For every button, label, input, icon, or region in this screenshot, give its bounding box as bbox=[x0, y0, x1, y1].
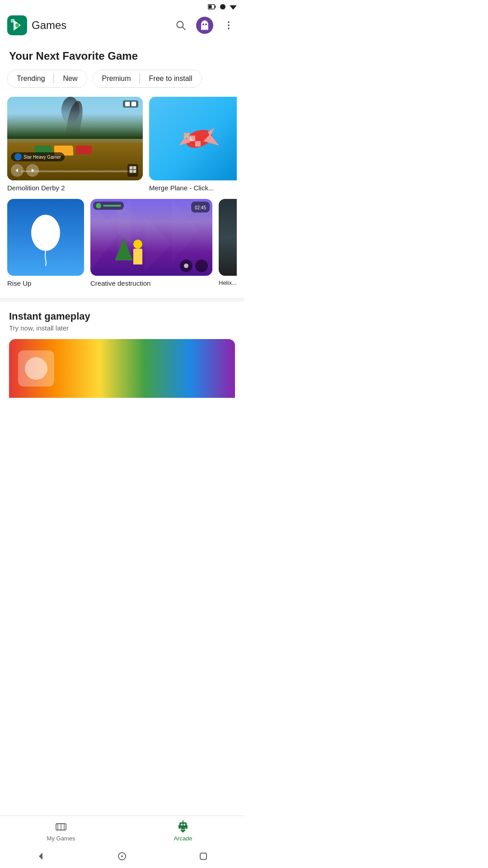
game-name-creative: Creative destruction bbox=[90, 279, 212, 287]
instant-subtitle: Try now, install later bbox=[9, 324, 235, 332]
svg-point-3 bbox=[220, 4, 225, 9]
header-actions bbox=[173, 17, 237, 34]
app-header: Games bbox=[0, 12, 244, 41]
svg-point-15 bbox=[205, 24, 207, 25]
svg-point-14 bbox=[202, 24, 204, 25]
instant-section: Instant gameplay Try now, install later bbox=[0, 302, 244, 398]
svg-marker-40 bbox=[145, 217, 172, 271]
filter-chip-premium[interactable]: Premium bbox=[93, 70, 140, 87]
games-row-1: Star Heavy Gamer Demolition Derby 2 bbox=[7, 97, 237, 192]
signal-icon bbox=[220, 4, 226, 10]
game-name-merge: Merge Plane - Click... bbox=[149, 184, 237, 192]
section-separator bbox=[0, 298, 244, 302]
battery-icon bbox=[208, 4, 216, 9]
svg-point-36 bbox=[31, 215, 60, 251]
app-logo-area: Games bbox=[7, 15, 173, 35]
game-card-merge[interactable]: Merge Plane - Click... bbox=[149, 97, 237, 192]
more-options-button[interactable] bbox=[221, 17, 237, 33]
game-thumb-merge bbox=[149, 97, 237, 180]
wifi-icon bbox=[230, 4, 237, 10]
game-name-riseup: Rise Up bbox=[7, 279, 84, 287]
filter-chip-group-premium-free: Premium Free to install bbox=[93, 70, 202, 88]
game-card-derby[interactable]: Star Heavy Gamer Demolition Derby 2 bbox=[7, 97, 143, 192]
svg-rect-30 bbox=[190, 136, 195, 141]
svg-rect-23 bbox=[133, 170, 136, 173]
svg-point-16 bbox=[228, 21, 230, 23]
game-name-helix: Helix... bbox=[219, 279, 237, 286]
svg-marker-25 bbox=[32, 169, 34, 172]
svg-rect-31 bbox=[195, 136, 201, 141]
filter-chips-container: Trending New Premium Free to install bbox=[0, 70, 244, 97]
game-card-riseup[interactable]: Rise Up bbox=[7, 199, 84, 287]
svg-rect-32 bbox=[190, 141, 195, 146]
game-card-creative[interactable]: 02:45 Creative destruction bbox=[90, 199, 212, 287]
instant-title: Instant gameplay bbox=[9, 311, 235, 322]
game-thumb-creative: 02:45 bbox=[90, 199, 212, 276]
svg-rect-33 bbox=[195, 141, 201, 146]
svg-rect-8 bbox=[11, 19, 14, 23]
svg-rect-1 bbox=[215, 6, 216, 8]
filter-chip-free[interactable]: Free to install bbox=[140, 70, 202, 87]
svg-marker-38 bbox=[90, 199, 117, 271]
svg-point-17 bbox=[228, 24, 230, 26]
riseup-scene bbox=[7, 199, 84, 276]
game-card-helix[interactable]: Helix... bbox=[219, 199, 237, 287]
svg-point-37 bbox=[37, 221, 46, 233]
derby-scene: Star Heavy Gamer bbox=[7, 97, 143, 180]
filter-chip-trending[interactable]: Trending bbox=[8, 70, 54, 87]
filter-chip-group-trending-new: Trending New bbox=[7, 70, 87, 88]
search-icon bbox=[175, 19, 187, 31]
game-thumb-helix bbox=[219, 199, 237, 276]
svg-line-10 bbox=[183, 27, 185, 30]
vertical-dots-icon bbox=[223, 20, 234, 31]
game-name-derby: Demolition Derby 2 bbox=[7, 184, 143, 192]
svg-rect-20 bbox=[130, 166, 132, 169]
play-store-icon bbox=[7, 15, 27, 35]
svg-rect-21 bbox=[133, 166, 136, 169]
games-row-2: Rise Up bbox=[7, 199, 237, 287]
svg-marker-4 bbox=[230, 5, 237, 10]
instant-preview[interactable] bbox=[9, 339, 235, 398]
section-title-favorite: Your Next Favorite Game bbox=[0, 44, 244, 70]
filter-chip-new[interactable]: New bbox=[54, 70, 87, 87]
search-button[interactable] bbox=[173, 17, 189, 33]
main-content: Your Next Favorite Game Trending New Pre… bbox=[0, 41, 244, 398]
balloon-image bbox=[23, 208, 68, 267]
svg-rect-22 bbox=[130, 170, 132, 173]
avatar[interactable] bbox=[196, 17, 213, 34]
game-thumb-derby: Star Heavy Gamer bbox=[7, 97, 143, 180]
svg-point-7 bbox=[15, 24, 19, 27]
svg-rect-2 bbox=[209, 5, 212, 9]
svg-marker-24 bbox=[15, 169, 18, 172]
merge-scene bbox=[149, 97, 237, 180]
svg-point-18 bbox=[228, 28, 230, 29]
status-bar bbox=[0, 0, 244, 12]
games-grid: Star Heavy Gamer Demolition Derby 2 bbox=[0, 97, 244, 287]
avatar-icon bbox=[197, 18, 212, 33]
plane-image bbox=[169, 109, 228, 168]
game-thumb-riseup bbox=[7, 199, 84, 276]
app-title: Games bbox=[32, 19, 66, 32]
